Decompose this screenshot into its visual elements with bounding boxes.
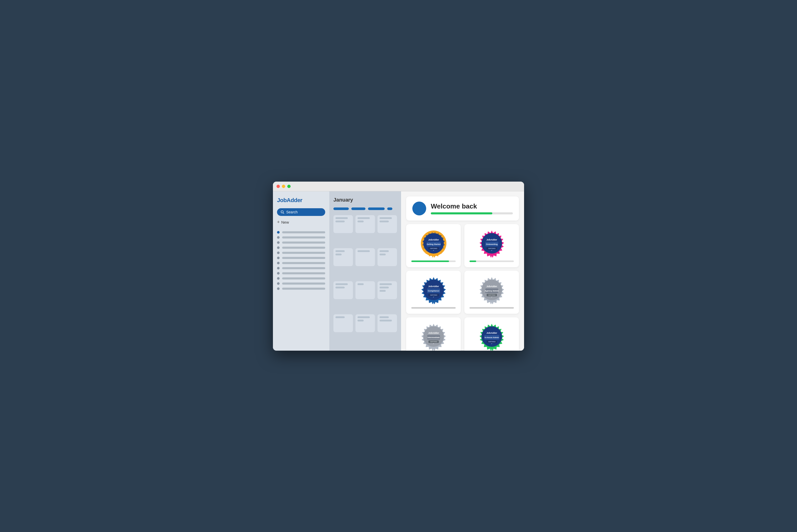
cell-line [335,283,348,285]
new-button[interactable]: + New [277,218,325,226]
main-layout: JobAdder Search + New [273,191,524,351]
svg-text:✓: ✓ [491,343,493,344]
svg-text:CERTIFIED: CERTIFIED [430,248,437,249]
sidebar-item-label [282,242,325,244]
calendar-cell[interactable] [377,248,397,266]
sidebar-item-label [282,283,325,285]
user-avatar [412,202,426,215]
calendar-cell[interactable] [333,215,353,233]
cell-line [335,253,341,255]
cell-line [335,217,348,219]
new-icon: + [277,220,280,225]
welcome-progress-fill [431,212,492,214]
calendar-cell[interactable] [377,215,397,233]
svg-text:CERTIFIED: CERTIFIED [430,294,437,296]
badge-progress-bar [411,261,456,262]
cell-line [379,290,386,292]
calendar-cell[interactable] [355,215,375,233]
welcome-card: Welcome back [406,196,519,221]
badge-getting-started-icon: JobAdder Getting Started CERTIFIED ✓ [420,229,448,258]
badge-card-getting-started[interactable]: JobAdder Getting Started CERTIFIED ✓ [406,224,461,267]
sidebar-item-6[interactable] [277,262,325,264]
svg-text:CERTIFIED: CERTIFIED [488,294,495,296]
cell-line [335,250,345,252]
svg-text:Intermediate: Intermediate [427,336,440,339]
welcome-content: Welcome back [431,202,513,214]
welcome-title: Welcome back [431,202,513,210]
svg-text:JobAdder: JobAdder [428,332,439,334]
calendar-cell[interactable] [333,314,353,332]
svg-text:JobAdder: JobAdder [428,285,439,288]
calendar-cell[interactable] [355,248,375,266]
badge-progress-bar [469,261,514,262]
minimize-button[interactable] [282,185,285,188]
calendar-cell[interactable] [377,281,397,299]
calendar-cell[interactable] [333,281,353,299]
badge-intermediate-icon: JobAdder Intermediate CERTIFIED ✓ [420,322,448,351]
cell-line [357,217,370,219]
svg-text:Agency Admin: Agency Admin [485,290,499,292]
badge-grid: JobAdder Getting Started CERTIFIED ✓ [406,224,519,351]
sidebar-item-1[interactable] [277,236,325,239]
sidebar-item-2[interactable] [277,241,325,244]
svg-line-1 [283,213,284,214]
calendar-pill [387,207,392,210]
cell-line [379,217,392,219]
cell-line [379,287,389,288]
cell-line [379,250,389,252]
badge-card-onboarding[interactable]: JobAdder Onboarding CERTIFIED ✓ [464,224,519,267]
badge-card-compliance[interactable]: JobAdder Compliance CERTIFIED ✓ [406,271,461,314]
svg-text:✓: ✓ [433,343,434,344]
calendar-cell[interactable] [355,281,375,299]
sidebar-item-0[interactable] [277,231,325,234]
calendar-cell[interactable] [377,314,397,332]
sidebar-item-8[interactable] [277,272,325,274]
calendar-cell[interactable] [355,314,375,332]
sidebar-item-label [282,272,325,274]
calendar-cell[interactable] [333,248,353,266]
badge-progress-fill [469,261,476,262]
sidebar-item-9[interactable] [277,277,325,280]
calendar-pill [368,207,385,210]
sidebar-dot [277,236,280,239]
sidebar-item-label [282,236,325,239]
svg-text:JobAdder: JobAdder [486,332,497,334]
sidebar-dot [277,256,280,259]
sidebar-item-4[interactable] [277,251,325,254]
svg-text:Onboarding: Onboarding [486,243,497,245]
sidebar-item-3[interactable] [277,246,325,249]
svg-text:CERTIFIED: CERTIFIED [488,248,495,249]
sidebar-dot [277,262,280,264]
sidebar-item-label [282,231,325,233]
calendar-header [333,207,397,210]
calendar-pill [351,207,366,210]
cell-line [379,283,392,285]
badge-card-inhouse-admin[interactable]: JobAdder In-house Admin CERTIFIED ✓ [464,317,519,351]
sidebar-item-label [282,247,325,249]
cell-line [357,316,370,318]
sidebar-item-10[interactable] [277,282,325,285]
sidebar-item-7[interactable] [277,267,325,269]
svg-text:✓: ✓ [433,249,434,251]
svg-text:In-house Admin: In-house Admin [484,336,499,339]
app-window: JobAdder Search + New [273,182,524,351]
badge-card-intermediate[interactable]: JobAdder Intermediate CERTIFIED ✓ [406,317,461,351]
cell-line [335,316,345,318]
logo: JobAdder [277,197,325,204]
sidebar-item-11[interactable] [277,287,325,290]
svg-text:CERTIFIED: CERTIFIED [488,341,495,342]
sidebar-dot [277,282,280,285]
close-button[interactable] [277,185,280,188]
cell-line [357,250,370,252]
search-bar[interactable]: Search [277,208,325,216]
svg-text:✓: ✓ [491,249,493,251]
badge-card-agency-admin[interactable]: JobAdder Agency Admin CERTIFIED ✓ [464,271,519,314]
sidebar-dot [277,287,280,290]
cell-line [335,221,345,222]
maximize-button[interactable] [287,185,291,188]
sidebar-dot [277,231,280,234]
cell-line [379,221,389,222]
sidebar-item-5[interactable] [277,256,325,259]
right-panel: Welcome back J [401,191,524,351]
cell-line [357,221,364,222]
